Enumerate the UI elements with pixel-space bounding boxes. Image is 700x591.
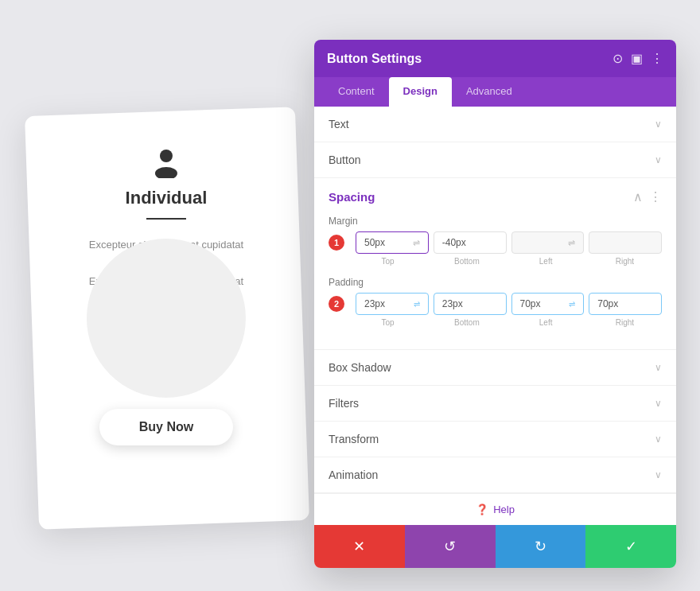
panel-header-icons: ⊙ ▣ ⋮ [612,51,663,66]
cancel-button[interactable]: ✕ [314,525,405,568]
tab-content[interactable]: Content [324,77,389,107]
padding-right-label: Right [588,318,662,327]
filters-label: Filters [329,397,359,410]
spacing-section: Spacing ∧ ⋮ Margin 1 50px ⇌ [314,178,676,350]
plan-title: Individual [126,188,208,208]
padding-right-input[interactable]: 70px [589,293,662,315]
transform-chevron-icon: ∨ [655,434,662,445]
animation-section-row[interactable]: Animation ∨ [314,457,676,493]
panel-header: Button Settings ⊙ ▣ ⋮ [314,40,676,77]
padding-top-link-icon: ⇌ [414,300,420,309]
margin-top-label: Top [351,257,425,266]
spacing-title: Spacing [329,190,375,204]
padding-left-link-icon: ⇌ [569,300,575,309]
undo-button[interactable]: ↺ [405,525,496,568]
button-chevron-icon: ∨ [655,154,662,165]
margin-bottom-input[interactable]: -40px [434,231,507,254]
panel-title: Button Settings [327,52,422,66]
padding-left-label: Left [509,318,583,327]
help-footer[interactable]: ❓ Help [314,493,676,525]
redo-button[interactable]: ↻ [496,525,586,568]
help-icon: ❓ [476,504,488,515]
svg-point-0 [160,150,173,162]
animation-label: Animation [329,469,378,481]
box-shadow-section-row[interactable]: Box Shadow ∨ [314,350,676,386]
margin-right-input[interactable] [589,231,662,254]
filters-chevron-icon: ∨ [655,398,662,409]
margin-bottom-label: Bottom [430,257,504,266]
margin-left-link-icon: ⇌ [568,238,575,248]
action-bar: ✕ ↺ ↻ ✓ [314,525,676,568]
buy-now-button[interactable]: Buy Now [99,409,233,445]
margin-top-link-icon: ⇌ [413,238,420,248]
spacing-more-icon[interactable]: ⋮ [649,189,662,204]
spacing-header-icons: ∧ ⋮ [633,189,662,204]
panel-body: Text ∨ Button ∨ Spacing ∧ ⋮ Margin 1 [314,107,676,525]
circle-bg [87,239,246,398]
more-icon[interactable]: ⋮ [651,51,663,66]
settings-panel: Button Settings ⊙ ▣ ⋮ Content Design Adv… [314,40,676,568]
margin-top-input[interactable]: 50px ⇌ [356,231,429,254]
padding-bottom-label: Bottom [430,318,504,327]
margin-group: Margin 1 50px ⇌ -40px [329,216,662,266]
box-shadow-chevron-icon: ∨ [655,362,662,373]
tab-design[interactable]: Design [389,77,452,107]
pricing-card: Individual Excepteur sint occaecat cupid… [25,107,309,530]
box-shadow-label: Box Shadow [329,361,391,374]
margin-label: Margin [329,216,662,227]
margin-badge: 1 [329,235,344,251]
tab-advanced[interactable]: Advanced [452,77,527,107]
padding-top-label: Top [351,318,425,327]
button-section-row[interactable]: Button ∨ [314,142,676,178]
padding-left-input[interactable]: 70px ⇌ [511,293,585,315]
padding-badge: 2 [329,296,344,312]
spacing-collapse-icon[interactable]: ∧ [633,189,643,204]
margin-left-label: Left [509,257,583,266]
spacing-header: Spacing ∧ ⋮ [329,189,662,204]
svg-point-1 [155,167,177,178]
margin-right-label: Right [588,257,662,266]
plan-divider [146,218,186,220]
text-chevron-icon: ∨ [655,119,662,130]
filters-section-row[interactable]: Filters ∨ [314,386,676,422]
panel-tabs: Content Design Advanced [314,77,676,107]
text-section-row[interactable]: Text ∨ [314,107,676,142]
focus-icon[interactable]: ⊙ [612,51,623,66]
help-label: Help [493,504,515,515]
animation-chevron-icon: ∨ [655,469,662,480]
margin-left-input[interactable]: ⇌ [511,231,585,254]
transform-label: Transform [329,433,379,445]
avatar-icon [149,143,184,178]
padding-bottom-input[interactable]: 23px [434,293,507,315]
padding-top-input[interactable]: 23px ⇌ [356,293,429,315]
text-section-label: Text [329,118,349,130]
layout-icon[interactable]: ▣ [631,51,643,66]
padding-label: Padding [329,277,662,288]
button-section-label: Button [329,154,360,166]
transform-section-row[interactable]: Transform ∨ [314,422,676,457]
padding-group: Padding 2 23px ⇌ 23px [329,277,662,327]
confirm-button[interactable]: ✓ [585,525,676,568]
